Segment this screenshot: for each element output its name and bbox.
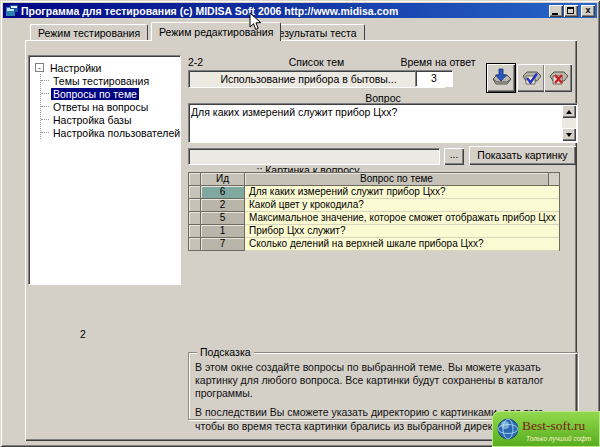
close-button[interactable]: x bbox=[581, 5, 595, 17]
insert-record-button[interactable] bbox=[487, 64, 515, 92]
grid-header-row: Ид Вопрос по теме bbox=[189, 173, 559, 186]
show-picture-button[interactable]: Показать картинку bbox=[469, 146, 576, 165]
table-row[interactable]: 7 Сколько делений на верхней шкале прибо… bbox=[189, 238, 559, 251]
row-id: 7 bbox=[201, 238, 245, 251]
row-question[interactable]: Прибор Цхх служит? bbox=[245, 225, 559, 238]
record-count-label: 2 bbox=[80, 328, 86, 340]
memo-scrollbar[interactable] bbox=[562, 105, 576, 141]
browse-button[interactable]: ... bbox=[444, 148, 464, 165]
watermark-text: Best-soft.ru bbox=[522, 418, 585, 434]
grid-header-id: Ид bbox=[201, 173, 245, 186]
tree-item-questions-by-topic[interactable]: Вопросы по теме bbox=[41, 87, 178, 100]
window-title: Программа для тестирования (с) MIDISA So… bbox=[21, 5, 548, 17]
check-icon bbox=[520, 67, 542, 89]
time-per-answer-input[interactable]: 3 bbox=[415, 70, 453, 87]
arrow-down-icon bbox=[490, 67, 512, 89]
question-memo: Для каких измерений служит прибор Цхх? bbox=[188, 103, 578, 143]
globe-icon bbox=[497, 418, 519, 440]
table-row[interactable]: 2 Какой цвет у крокодила? bbox=[189, 199, 559, 212]
maximize-icon bbox=[567, 7, 574, 14]
tree-item-base-setup[interactable]: Настройка базы bbox=[41, 113, 178, 126]
row-question[interactable]: Для каких измерений служит прибор Цхх? bbox=[245, 186, 559, 199]
table-row[interactable]: 1 Прибор Цхх служит? bbox=[189, 225, 559, 238]
row-indicator bbox=[189, 199, 201, 212]
maximize-button[interactable] bbox=[564, 5, 578, 17]
questions-grid: Ид Вопрос по теме 6 Для каких измерений … bbox=[188, 172, 560, 251]
settings-tree: - Настройки Темы тестирования Вопросы по… bbox=[28, 55, 181, 285]
row-question[interactable]: Сколько делений на верхней шкале прибора… bbox=[245, 238, 559, 251]
row-id: 2 bbox=[201, 199, 245, 212]
titlebar: Программа для тестирования (с) MIDISA So… bbox=[3, 3, 597, 18]
collapse-icon[interactable]: - bbox=[35, 63, 44, 72]
best-soft-watermark: Best-soft.ru Только лучший софт bbox=[492, 411, 600, 447]
row-indicator bbox=[189, 212, 201, 225]
row-indicator bbox=[189, 186, 201, 199]
minimize-icon bbox=[552, 13, 558, 15]
tab-testing-mode[interactable]: Режим тестирования bbox=[30, 24, 148, 41]
row-indicator bbox=[189, 225, 201, 238]
scroll-up-icon[interactable] bbox=[562, 105, 576, 118]
topic-selected-value: Использование прибора в бытовы... bbox=[191, 73, 426, 85]
hint-groupbox: Подсказка В этом окне создайте вопросы п… bbox=[188, 352, 578, 420]
cross-icon bbox=[547, 67, 569, 89]
row-question[interactable]: Максимальное значение, которое сможет от… bbox=[245, 212, 559, 225]
picture-path-input[interactable] bbox=[188, 148, 440, 165]
tree-item-test-topics[interactable]: Темы тестирования bbox=[41, 74, 178, 87]
time-label: Время на ответ bbox=[400, 56, 476, 68]
table-row[interactable]: 5 Максимальное значение, которое сможет … bbox=[189, 212, 559, 225]
app-window: Программа для тестирования (с) MIDISA So… bbox=[0, 0, 600, 447]
row-indicator bbox=[189, 238, 201, 251]
topic-combobox[interactable]: Использование прибора в бытовы... bbox=[188, 70, 445, 88]
question-input[interactable]: Для каких измерений служит прибор Цхх? bbox=[191, 106, 561, 140]
grid-header-question: Вопрос по теме bbox=[245, 173, 549, 186]
row-question[interactable]: Какой цвет у крокодила? bbox=[245, 199, 559, 212]
row-id: 6 bbox=[201, 186, 245, 199]
row-id: 5 bbox=[201, 212, 245, 225]
minimize-button[interactable] bbox=[549, 5, 563, 17]
app-icon bbox=[6, 5, 18, 17]
tree-item-answers[interactable]: Ответы на вопросы bbox=[41, 100, 178, 113]
watermark-subtext: Только лучший софт bbox=[526, 435, 591, 442]
tree-item-users-setup[interactable]: Настройка пользователей bbox=[41, 126, 178, 139]
post-record-button[interactable] bbox=[517, 64, 545, 92]
grid-header-filler bbox=[549, 173, 559, 186]
mouse-cursor-icon bbox=[249, 12, 262, 31]
close-icon: x bbox=[581, 5, 595, 17]
tree-root-label: Настройки bbox=[48, 62, 104, 74]
grid-corner-cell bbox=[189, 173, 201, 186]
row-id: 1 bbox=[201, 225, 245, 238]
table-row[interactable]: 6 Для каких измерений служит прибор Цхх? bbox=[189, 186, 559, 199]
hint-paragraph: В этом окне создайте вопросы по выбранно… bbox=[195, 361, 571, 400]
delete-record-button[interactable] bbox=[544, 64, 572, 92]
tree-node-settings[interactable]: - Настройки bbox=[35, 61, 178, 74]
hint-title: Подсказка bbox=[197, 346, 254, 358]
scroll-down-icon[interactable] bbox=[562, 128, 576, 141]
